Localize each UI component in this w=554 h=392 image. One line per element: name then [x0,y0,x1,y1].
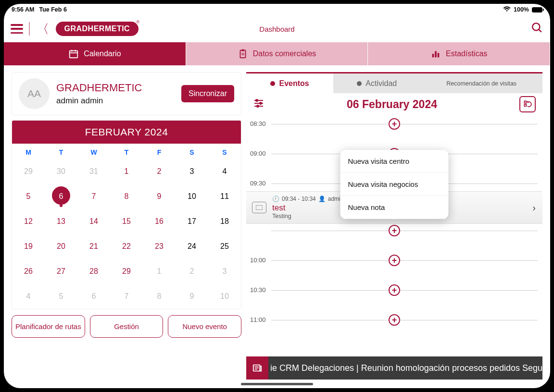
calendar-dow: S [208,144,241,159]
calendar-day[interactable]: 1 [110,159,143,184]
chevron-right-icon[interactable]: › [532,202,536,213]
calendar-day[interactable]: 16 [143,209,176,234]
time-label: 08:30 [250,120,266,127]
tab-calendario[interactable]: Calendario [4,42,186,65]
clock-icon: 🕘 [272,196,279,202]
chart-icon [430,49,441,59]
calendar-day[interactable]: 31 [77,159,110,184]
calendar-day[interactable]: 7 [77,184,110,209]
calendar-month-title: FEBRUARY 2024 [12,121,241,144]
time-slot: 10:30+ [246,290,542,320]
svg-line-1 [539,29,541,32]
calendar-day[interactable]: 3 [208,259,241,284]
tab-stats[interactable]: Estadísticas [368,42,550,65]
calendar-day[interactable]: 29 [110,259,143,284]
svg-rect-2 [70,51,78,58]
calendar-day[interactable]: 27 [45,259,77,284]
menu-icon[interactable] [11,24,23,34]
day-timeline[interactable]: 11:00+10:30+10:00++09:30+09:00+08:30+ 🕘 … [246,115,542,380]
calendar-day[interactable]: 13 [45,209,77,234]
calendar-day[interactable]: 29 [12,159,45,184]
top-tabs: Calendario Datos comerciales Estadística… [4,42,550,65]
app-bar: 〈 GRADHERMETIC ® Dashboard [4,15,550,42]
calendar-day[interactable]: 4 [12,284,45,309]
home-indicator[interactable] [241,383,313,385]
avatar: AA [19,78,50,109]
calendar-day[interactable]: 9 [143,184,176,209]
back-button[interactable]: 〈 [36,23,50,35]
svg-point-16 [260,102,262,104]
calendar-day[interactable]: 20 [45,234,77,259]
calendar-day[interactable]: 19 [12,234,45,259]
calendar-dow: W [77,144,110,159]
clipboard-icon [238,49,248,59]
sync-button[interactable]: Sincronizar [181,85,234,102]
route-planner-button[interactable]: Planificador de rutas [12,315,85,338]
calendar-day[interactable]: 5 [12,184,45,209]
tab-eventos-label: Eventos [279,79,309,88]
calendar-day[interactable]: 3 [176,159,208,184]
tab-actividad-label: Actividad [365,79,397,88]
calendar-day[interactable]: 4 [208,159,241,184]
calendar-day[interactable]: 12 [12,209,45,234]
popover-nueva-nota[interactable]: Nueva nota [340,196,449,219]
calendar-day[interactable]: 28 [77,259,110,284]
calendar-day[interactable]: 15 [110,209,143,234]
calendar-day[interactable]: 26 [12,259,45,284]
tab-datos-label: Datos comerciales [253,49,316,58]
popover-visita-centro[interactable]: Nueva visita centro [340,150,449,173]
calendar-day[interactable]: 17 [176,209,208,234]
time-slot: 08:30+ [246,124,542,154]
time-slot: 10:00+ [246,260,542,290]
popover-visita-negocios[interactable]: Nueva visita negocios [340,173,449,196]
svg-rect-12 [438,53,440,57]
calendar-day[interactable]: 5 [45,284,77,309]
calendar-day[interactable]: 11 [208,184,241,209]
add-event-icon[interactable]: + [389,118,400,130]
management-button[interactable]: Gestión [90,315,164,338]
calendar-day[interactable]: 10 [208,284,241,309]
calendar-day[interactable]: 22 [110,234,143,259]
svg-rect-6 [240,50,245,58]
calendar-day[interactable]: 18 [208,209,241,234]
calendar-day[interactable]: 6 [45,184,77,209]
search-icon[interactable] [531,22,543,36]
calendar-day[interactable]: 25 [208,234,241,259]
battery-pct: 100% [514,6,529,13]
new-event-button[interactable]: Nuevo evento [168,315,241,338]
calendar-day[interactable]: 7 [110,284,143,309]
refresh-icon[interactable] [519,96,536,112]
inner-tabs: Eventos Actividad Recomendación de visit… [246,72,542,93]
calendar-day[interactable]: 6 [77,284,110,309]
calendar-day[interactable]: 2 [176,259,208,284]
tab-recomendacion[interactable]: Recomendación de visitas [420,74,542,93]
calendar-day[interactable]: 30 [45,159,77,184]
filter-icon[interactable] [253,98,264,111]
news-icon [246,356,268,380]
calendar-day[interactable]: 8 [143,284,176,309]
calendar-day[interactable]: 1 [143,259,176,284]
calendar-day[interactable]: 9 [176,284,208,309]
calendar-day[interactable]: 24 [176,234,208,259]
news-ticker[interactable]: ie CRM Delegaciones | Reunion homologaci… [246,356,542,380]
brand-logo[interactable]: GRADHERMETIC [56,22,139,36]
battery-icon [532,7,542,12]
calendar-day[interactable]: 8 [110,184,143,209]
calendar-day[interactable]: 10 [176,184,208,209]
time-slot: + [246,231,542,260]
svg-point-18 [257,105,259,107]
calendar-day[interactable]: 14 [77,209,110,234]
svg-rect-19 [524,101,526,103]
tab-actividad[interactable]: Actividad [333,74,420,93]
add-event-icon[interactable]: + [389,225,400,236]
calendar-day[interactable]: 23 [143,234,176,259]
calendar-day[interactable]: 2 [143,159,176,184]
wifi-icon [503,6,511,13]
org-name: GRADHERMETIC [56,82,175,94]
tab-eventos[interactable]: Eventos [246,74,333,93]
registered-icon: ® [137,20,140,24]
calendar-day[interactable]: 21 [77,234,110,259]
svg-rect-7 [241,49,244,51]
tab-datos[interactable]: Datos comerciales [186,42,368,65]
svg-rect-11 [435,51,437,58]
